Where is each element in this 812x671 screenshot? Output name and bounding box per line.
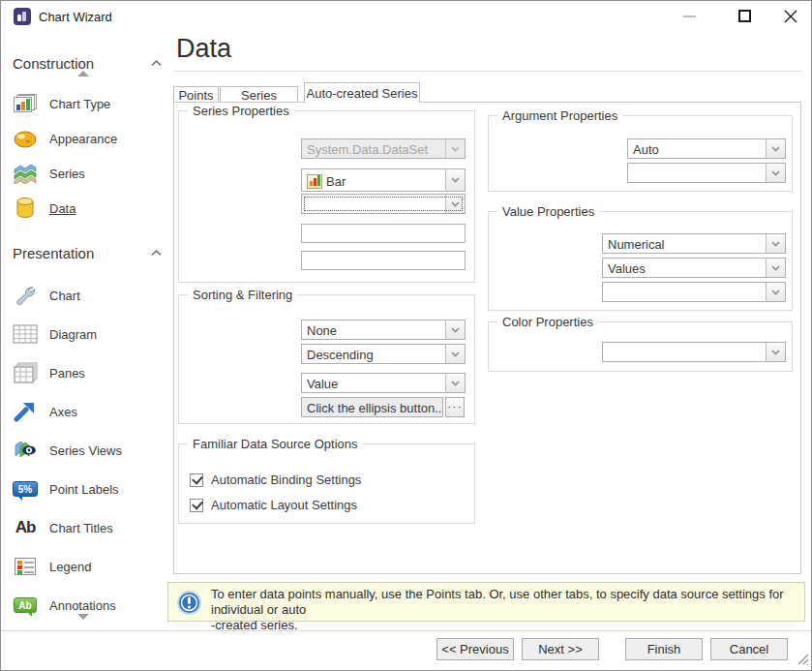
value-scale-type-combo[interactable]: Numerical <box>602 233 786 254</box>
combo-value: Numerical <box>603 234 766 253</box>
automatic-layout-checkbox[interactable]: Automatic Layout Settings <box>190 498 357 512</box>
tab-points[interactable]: Points <box>173 86 219 103</box>
tab-label: Auto-created Series <box>307 86 418 101</box>
sidebar-item-series[interactable]: Series <box>11 161 165 186</box>
group-title: Value Properties <box>497 204 599 219</box>
combo-value: Bar <box>326 174 346 189</box>
chevron-down-icon <box>445 374 465 392</box>
chevron-down-icon <box>766 139 785 158</box>
color-combo[interactable] <box>602 342 786 362</box>
chart-wizard-app-icon <box>14 8 31 25</box>
sidebar-item-legend[interactable]: Legend <box>11 554 165 579</box>
group-title: Color Properties <box>497 315 598 329</box>
previous-button[interactable]: << Previous <box>436 638 514 660</box>
sidebar-item-data[interactable]: Data <box>11 196 165 221</box>
view-type-combo[interactable]: Bar <box>301 168 466 192</box>
combo-value <box>628 164 766 182</box>
argument-scale-type-combo[interactable]: Auto <box>627 138 786 159</box>
sort-points-by-combo[interactable]: Value <box>301 373 466 393</box>
sidebar-item-series-views[interactable]: Series Views <box>11 438 165 463</box>
sidebar-item-label: Legend <box>49 560 91 574</box>
sidebar-scroll-down-icon[interactable] <box>77 614 89 620</box>
sidebar-item-axes[interactable]: Axes <box>11 399 165 424</box>
chevron-up-icon <box>151 250 162 257</box>
section-header-presentation[interactable]: Presentation <box>13 243 162 262</box>
section-label: Presentation <box>13 245 94 261</box>
chevron-down-icon <box>766 259 785 277</box>
section-header-construction[interactable]: Construction <box>13 53 162 73</box>
panes-icon <box>11 360 40 385</box>
series-sort-combo[interactable]: None <box>301 320 466 340</box>
resize-grip[interactable] <box>797 653 809 668</box>
sidebar-item-chart-type[interactable]: Chart Type <box>11 91 165 116</box>
sidebar-item-chart[interactable]: Chart <box>11 283 165 308</box>
combo-value: Values <box>603 259 766 277</box>
series-combo[interactable] <box>301 194 466 214</box>
chevron-down-icon <box>766 164 785 182</box>
value-combo[interactable] <box>602 282 786 302</box>
binding-mode-combo[interactable]: Values <box>602 258 786 278</box>
info-icon <box>176 590 202 619</box>
name-prefix-input[interactable] <box>301 224 466 243</box>
combo-value: Value <box>302 374 445 392</box>
minimize-button[interactable] <box>667 1 711 31</box>
sidebar-item-label: Chart Type <box>49 97 110 111</box>
data-icon <box>11 196 40 221</box>
tab-label: Points <box>178 88 213 103</box>
sidebar-item-diagram[interactable]: Diagram <box>11 321 165 347</box>
next-button[interactable]: Next >> <box>522 638 599 660</box>
sidebar-item-label: Chart <box>49 289 80 303</box>
group-title: Sorting & Filtering <box>188 288 297 302</box>
page-title: Data <box>176 34 231 64</box>
combo-value <box>302 195 445 213</box>
group-title: Series Properties <box>188 104 294 118</box>
wizard-sidebar: Construction Chart Type Appearance <box>1 32 173 625</box>
chevron-down-icon <box>445 345 465 363</box>
maximize-button[interactable] <box>722 1 767 31</box>
chevron-down-icon <box>766 234 785 253</box>
point-sort-combo[interactable]: Descending <box>301 344 466 364</box>
sidebar-item-appearance[interactable]: Appearance <box>11 126 165 151</box>
sidebar-item-point-labels[interactable]: 5% Point Labels <box>11 476 165 502</box>
close-button[interactable] <box>768 1 812 31</box>
group-title: Familiar Data Source Options <box>188 437 363 451</box>
combo-value <box>603 343 766 361</box>
info-text: To enter data points manually, use the P… <box>211 587 792 633</box>
sidebar-item-label: Data <box>49 201 75 216</box>
data-filters-ellipsis-button[interactable]: ··· <box>445 397 465 417</box>
cancel-button[interactable]: Cancel <box>710 638 788 660</box>
tab-auto-created-series[interactable]: Auto-created Series <box>304 82 420 103</box>
chevron-down-icon <box>766 283 785 301</box>
finish-button[interactable]: Finish <box>625 638 703 660</box>
chevron-down-icon <box>445 195 465 213</box>
combo-value: Descending <box>302 345 445 363</box>
chevron-down-icon <box>445 139 465 158</box>
sidebar-item-label: Series <box>49 167 85 181</box>
close-icon <box>784 10 797 23</box>
combo-value <box>603 283 766 301</box>
point-labels-badge: 5% <box>18 484 32 495</box>
tab-series-binding[interactable]: Series Binding <box>220 86 298 103</box>
combo-value: None <box>302 320 445 339</box>
combo-value: Auto <box>628 139 766 158</box>
legend-icon <box>11 554 40 579</box>
chart-wizard-dialog: Chart Wizard Construction Chart Type App… <box>0 0 812 671</box>
appearance-icon <box>11 126 40 151</box>
sidebar-item-chart-titles[interactable]: Ab Chart Titles <box>11 515 165 540</box>
annotations-icon: Ab <box>11 593 40 618</box>
minimize-icon <box>683 15 696 17</box>
title-bar: Chart Wizard <box>1 1 811 32</box>
maximize-icon <box>738 10 751 22</box>
sidebar-item-label: Annotations <box>49 598 116 613</box>
sidebar-item-panes[interactable]: Panes <box>11 360 165 385</box>
sidebar-item-label: Diagram <box>49 327 97 342</box>
group-title: Argument Properties <box>497 108 622 123</box>
point-labels-icon: 5% <box>11 476 40 502</box>
ellipsis-icon: ··· <box>447 399 463 413</box>
window-title: Chart Wizard <box>39 10 112 24</box>
diagram-icon <box>11 321 40 347</box>
argument-combo[interactable] <box>627 163 786 183</box>
sidebar-item-label: Chart Titles <box>49 521 113 535</box>
name-suffix-input[interactable] <box>301 251 466 270</box>
automatic-binding-checkbox[interactable]: Automatic Binding Settings <box>190 473 361 487</box>
